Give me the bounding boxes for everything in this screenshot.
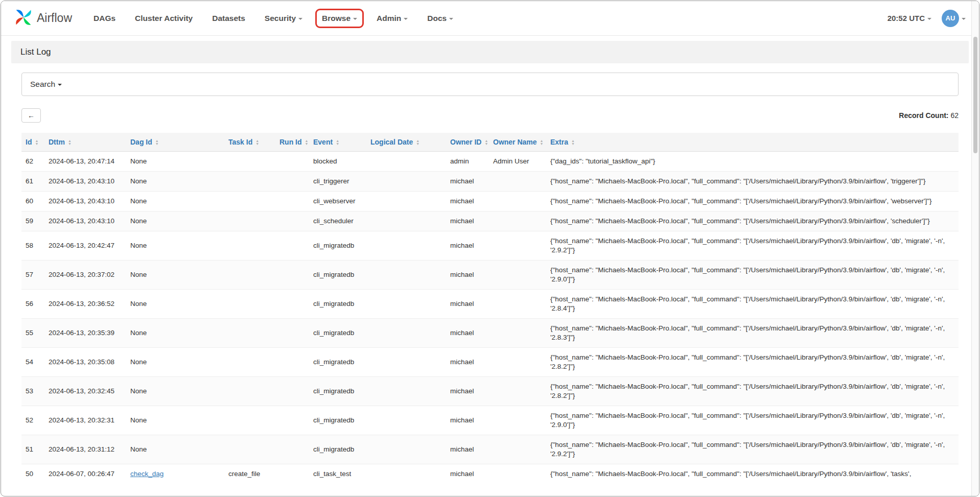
cell-id: 56	[21, 290, 44, 319]
cell-dag_id: None	[126, 377, 224, 406]
column-sort-link[interactable]: Owner ID	[450, 138, 481, 146]
cell-task_id	[224, 377, 275, 406]
cell-owner_name	[489, 377, 546, 406]
table-row: 502024-06-07, 00:26:47check_dagcreate_fi…	[21, 464, 959, 484]
table-row: 522024-06-13, 20:32:31Nonecli_migratedbm…	[21, 406, 959, 435]
cell-dag_id: None	[126, 406, 224, 435]
cell-event: cli_migratedb	[309, 231, 366, 261]
cell-event: cli_webserver	[309, 192, 366, 211]
nav-item-security[interactable]: Security	[265, 14, 302, 23]
column-sort-link[interactable]: Event	[313, 138, 333, 146]
cell-owner_name	[489, 464, 546, 484]
cell-owner_name	[489, 319, 546, 348]
cell-owner_name	[489, 231, 546, 261]
cell-owner_id: michael	[446, 290, 489, 319]
brand-name: Airflow	[37, 11, 72, 25]
cell-owner_id: michael	[446, 231, 489, 261]
cell-dttm: 2024-06-13, 20:36:52	[44, 290, 126, 319]
cell-extra: {"host_name": "Michaels-MacBook-Pro.loca…	[546, 192, 959, 211]
cell-task_id	[224, 290, 275, 319]
back-button[interactable]: ←	[21, 108, 41, 123]
nav-item-cluster-activity[interactable]: Cluster Activity	[135, 14, 193, 23]
cell-owner_id: michael	[446, 348, 489, 377]
table-row: 512024-06-13, 20:31:12Nonecli_migratedbm…	[21, 435, 959, 464]
column-sort-link[interactable]: Logical Date	[370, 138, 413, 146]
column-header-owner_id: Owner ID▲▼	[446, 133, 489, 152]
column-sort-link[interactable]: Id	[26, 138, 32, 146]
user-menu[interactable]: AU	[942, 10, 966, 27]
cell-run_id	[275, 319, 309, 348]
cell-run_id	[275, 231, 309, 261]
cell-run_id	[275, 261, 309, 290]
top-navbar: Airflow DAGs Cluster Activity Datasets S…	[1, 1, 979, 36]
dag-link[interactable]: check_dag	[130, 470, 164, 478]
cell-dttm: 2024-06-13, 20:35:39	[44, 319, 126, 348]
cell-owner_name	[489, 192, 546, 211]
clock-dropdown[interactable]: 20:52 UTC	[888, 14, 931, 22]
table-row: 552024-06-13, 20:35:39Nonecli_migratedbm…	[21, 319, 959, 348]
cell-event: cli_migratedb	[309, 406, 366, 435]
cell-id: 61	[21, 172, 44, 192]
nav-item-datasets[interactable]: Datasets	[212, 14, 245, 23]
scrollbar-thumb[interactable]	[973, 37, 977, 153]
cell-owner_name: Admin User	[489, 152, 546, 172]
search-label: Search	[30, 80, 55, 89]
cell-owner_id: michael	[446, 319, 489, 348]
cell-task_id	[224, 211, 275, 231]
sort-icon: ▲▼	[305, 139, 309, 146]
cell-run_id	[275, 172, 309, 192]
table-row: 622024-06-13, 20:47:14NoneblockedadminAd…	[21, 152, 959, 172]
column-sort-link[interactable]: Dag Id	[130, 138, 152, 146]
sort-icon: ▲▼	[35, 139, 38, 146]
vertical-scrollbar[interactable]	[971, 1, 979, 496]
table-row: 542024-06-13, 20:35:08Nonecli_migratedbm…	[21, 348, 959, 377]
cell-id: 51	[21, 435, 44, 464]
cell-extra: {"host_name": "Michaels-MacBook-Pro.loca…	[546, 377, 959, 406]
table-row: 562024-06-13, 20:36:52Nonecli_migratedbm…	[21, 290, 959, 319]
cell-extra: {"host_name": "Michaels-MacBook-Pro.loca…	[546, 172, 959, 192]
nav-item-docs[interactable]: Docs	[427, 14, 453, 23]
cell-event: cli_migratedb	[309, 377, 366, 406]
nav-item-dags[interactable]: DAGs	[94, 14, 115, 23]
column-sort-link[interactable]: Extra	[550, 138, 568, 146]
cell-logical_date	[366, 406, 446, 435]
table-row: 592024-06-13, 20:43:10Nonecli_schedulerm…	[21, 211, 959, 231]
table-header-row: Id▲▼Dttm▲▼Dag Id▲▼Task Id▲▼Run Id▲▼Event…	[21, 133, 959, 152]
column-sort-link[interactable]: Dttm	[49, 138, 65, 146]
column-sort-link[interactable]: Task Id	[228, 138, 252, 146]
cell-extra: {"host_name": "Michaels-MacBook-Pro.loca…	[546, 290, 959, 319]
cell-task_id	[224, 172, 275, 192]
chevron-down-icon	[449, 18, 453, 20]
cell-logical_date	[366, 192, 446, 211]
airflow-brand[interactable]: Airflow	[14, 8, 72, 29]
sort-icon: ▲▼	[336, 139, 339, 146]
cell-owner_name	[489, 172, 546, 192]
cell-owner_name	[489, 290, 546, 319]
cell-task_id	[224, 152, 275, 172]
cell-dttm: 2024-06-13, 20:43:10	[44, 211, 126, 231]
cell-extra: {"host_name": "Michaels-MacBook-Pro.loca…	[546, 319, 959, 348]
cell-extra: {"host_name": "Michaels-MacBook-Pro.loca…	[546, 464, 959, 484]
cell-run_id	[275, 377, 309, 406]
sort-icon: ▲▼	[540, 139, 544, 146]
nav-label: Security	[265, 14, 296, 23]
cell-logical_date	[366, 435, 446, 464]
sort-icon: ▲▼	[571, 139, 575, 146]
nav-item-admin[interactable]: Admin	[377, 14, 408, 23]
cell-extra: {"host_name": "Michaels-MacBook-Pro.loca…	[546, 211, 959, 231]
nav-label: Cluster Activity	[135, 14, 193, 23]
cell-id: 57	[21, 261, 44, 290]
column-header-run_id: Run Id▲▼	[275, 133, 309, 152]
column-sort-link[interactable]: Owner Name	[493, 138, 537, 146]
column-sort-link[interactable]: Run Id	[279, 138, 302, 146]
table-row: 612024-06-13, 20:43:10Nonecli_triggererm…	[21, 172, 959, 192]
cell-run_id	[275, 435, 309, 464]
sort-icon: ▲▼	[255, 139, 259, 146]
cell-logical_date	[366, 377, 446, 406]
cell-dttm: 2024-06-13, 20:43:10	[44, 172, 126, 192]
search-collapse-toggle[interactable]: Search	[21, 73, 959, 96]
nav-item-browse[interactable]: Browse	[322, 14, 357, 23]
record-count-value: 62	[950, 111, 959, 120]
cell-owner_name	[489, 261, 546, 290]
record-count-label: Record Count:	[899, 111, 948, 120]
